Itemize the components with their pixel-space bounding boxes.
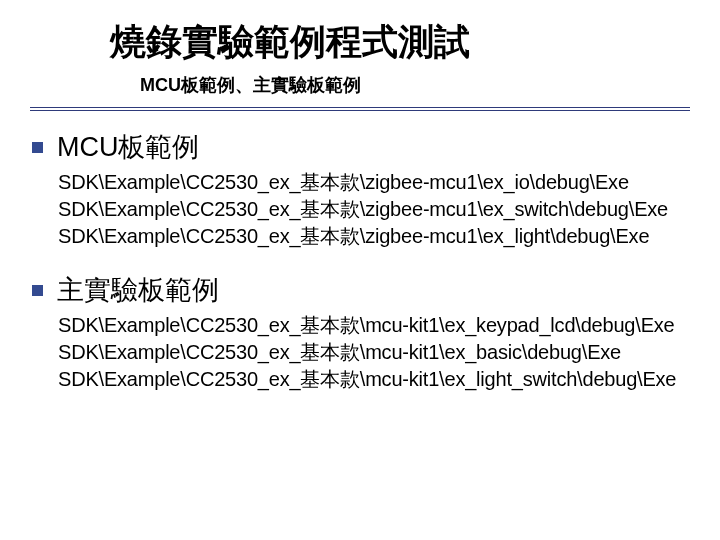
- divider-thin: [30, 110, 690, 111]
- square-bullet-icon: [32, 285, 43, 296]
- section-title: MCU板範例: [57, 129, 200, 165]
- slide: 燒錄實驗範例程式測試 MCU板範例、主實驗板範例 MCU板範例 SDK\Exam…: [0, 0, 720, 540]
- section-title: 主實驗板範例: [57, 272, 219, 308]
- path-list: SDK\Example\CC2530_ex_基本款\zigbee-mcu1\ex…: [58, 169, 700, 250]
- divider-thick: [30, 107, 690, 108]
- divider: [30, 107, 690, 111]
- page-subtitle: MCU板範例、主實驗板範例: [0, 73, 720, 97]
- path-line: SDK\Example\CC2530_ex_基本款\zigbee-mcu1\ex…: [58, 223, 700, 250]
- path-list: SDK\Example\CC2530_ex_基本款\mcu-kit1\ex_ke…: [58, 312, 700, 393]
- path-line: SDK\Example\CC2530_ex_基本款\zigbee-mcu1\ex…: [58, 169, 700, 196]
- path-line: SDK\Example\CC2530_ex_基本款\zigbee-mcu1\ex…: [58, 196, 700, 223]
- square-bullet-icon: [32, 142, 43, 153]
- section-head: MCU板範例: [32, 129, 700, 165]
- path-line: SDK\Example\CC2530_ex_基本款\mcu-kit1\ex_ba…: [58, 339, 700, 366]
- section-main-board: 主實驗板範例 SDK\Example\CC2530_ex_基本款\mcu-kit…: [32, 272, 700, 393]
- page-title: 燒錄實驗範例程式測試: [0, 18, 720, 67]
- path-line: SDK\Example\CC2530_ex_基本款\mcu-kit1\ex_li…: [58, 366, 700, 393]
- section-head: 主實驗板範例: [32, 272, 700, 308]
- section-mcu: MCU板範例 SDK\Example\CC2530_ex_基本款\zigbee-…: [32, 129, 700, 250]
- path-line: SDK\Example\CC2530_ex_基本款\mcu-kit1\ex_ke…: [58, 312, 700, 339]
